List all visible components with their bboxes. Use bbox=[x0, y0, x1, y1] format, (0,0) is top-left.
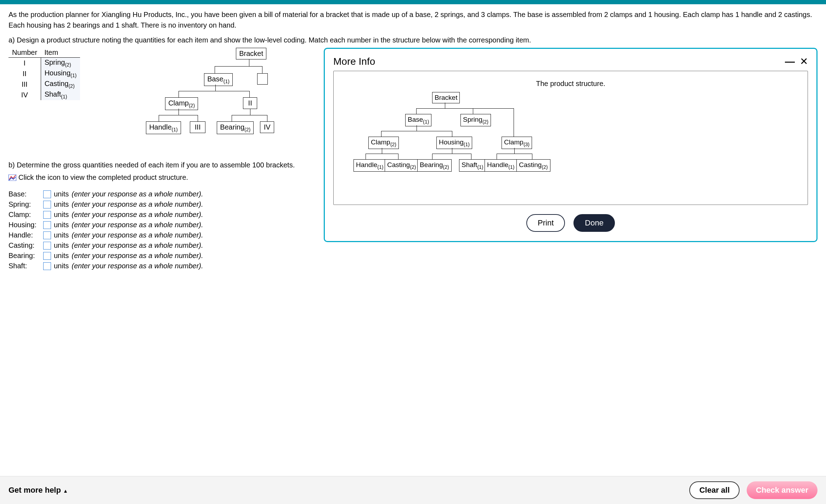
th-item: Item bbox=[41, 48, 80, 58]
table-row: IIHousing(1) bbox=[9, 68, 80, 79]
table-row: IVShaft(1) bbox=[9, 90, 80, 100]
qty-row: Spring:units (enter your response as a w… bbox=[9, 200, 320, 208]
qty-row: Housing:units (enter your response as a … bbox=[9, 221, 320, 229]
table-row: IIICasting(2) bbox=[9, 79, 80, 90]
structure-title: The product structure. bbox=[340, 80, 801, 88]
node-III: III bbox=[190, 121, 205, 133]
node-housing: Housing(1) bbox=[436, 137, 472, 149]
view-structure-link[interactable]: Click the icon to view the completed pro… bbox=[9, 173, 188, 182]
shaft-input[interactable] bbox=[43, 262, 51, 270]
node-bearing: Bearing(2) bbox=[417, 159, 452, 172]
housing-input[interactable] bbox=[43, 221, 51, 229]
clamp-input[interactable] bbox=[43, 211, 51, 219]
part-b-section: b) Determine the gross quantities needed… bbox=[9, 161, 320, 270]
product-structure-tree: Bracket Base(1) Spring(2) bbox=[340, 92, 801, 195]
qty-row: Casting:units (enter your response as a … bbox=[9, 241, 320, 250]
node-bracket: Bracket bbox=[432, 92, 460, 103]
node-shaft: Shaft(1) bbox=[459, 159, 486, 172]
header-bar bbox=[0, 0, 826, 4]
intro-text: As the production planner for Xiangling … bbox=[9, 9, 817, 30]
part-b-text: b) Determine the gross quantities needed… bbox=[9, 161, 320, 169]
print-button[interactable]: Print bbox=[526, 214, 565, 232]
minimize-icon[interactable]: — bbox=[785, 57, 795, 67]
node-spring: Spring(2) bbox=[460, 114, 491, 126]
node-bracket: Bracket bbox=[236, 48, 266, 59]
qty-row: Base:units (enter your response as a who… bbox=[9, 190, 320, 198]
node-base: Base(1) bbox=[405, 114, 431, 126]
node-clamp: Clamp(2) bbox=[165, 97, 198, 110]
node-casting-l: Casting(2) bbox=[385, 159, 419, 172]
qty-row: Clamp:units (enter your response as a wh… bbox=[9, 211, 320, 219]
part-a-text: a) Design a product structure noting the… bbox=[9, 36, 817, 44]
qty-row: Bearing:units (enter your response as a … bbox=[9, 252, 320, 260]
node-clamp-r: Clamp(3) bbox=[502, 137, 532, 149]
more-info-modal: More Info — ✕ The product structure. Bra… bbox=[324, 48, 817, 242]
qty-row: Shaft:units (enter your response as a wh… bbox=[9, 262, 320, 270]
handle-input[interactable] bbox=[43, 231, 51, 239]
node-II: II bbox=[243, 97, 257, 109]
casting-input[interactable] bbox=[43, 242, 51, 250]
chart-icon bbox=[9, 174, 16, 181]
node-empty bbox=[257, 73, 268, 85]
icon-link-label: Click the icon to view the completed pro… bbox=[18, 173, 188, 182]
bearing-input[interactable] bbox=[43, 252, 51, 260]
node-casting-r: Casting(2) bbox=[516, 159, 550, 172]
node-handle-r: Handle(1) bbox=[485, 159, 517, 172]
node-handle: Handle(1) bbox=[146, 121, 181, 134]
base-input[interactable] bbox=[43, 190, 51, 198]
node-clamp-l: Clamp(2) bbox=[368, 137, 399, 149]
node-IV: IV bbox=[260, 121, 274, 133]
node-handle-l: Handle(1) bbox=[353, 159, 386, 172]
th-number: Number bbox=[9, 48, 41, 58]
qty-row: Handle:units (enter your response as a w… bbox=[9, 231, 320, 239]
spring-input[interactable] bbox=[43, 201, 51, 208]
number-item-table: Number Item ISpring(2) IIHousing(1) IIIC… bbox=[9, 48, 80, 100]
modal-title: More Info bbox=[333, 56, 375, 67]
structure-box: The product structure. Bracket Base(1) S… bbox=[333, 71, 808, 205]
table-row: ISpring(2) bbox=[9, 58, 80, 69]
node-bearing: Bearing(2) bbox=[217, 121, 254, 134]
done-button[interactable]: Done bbox=[573, 214, 615, 232]
node-base: Base(1) bbox=[204, 73, 233, 86]
close-icon[interactable]: ✕ bbox=[800, 57, 808, 67]
